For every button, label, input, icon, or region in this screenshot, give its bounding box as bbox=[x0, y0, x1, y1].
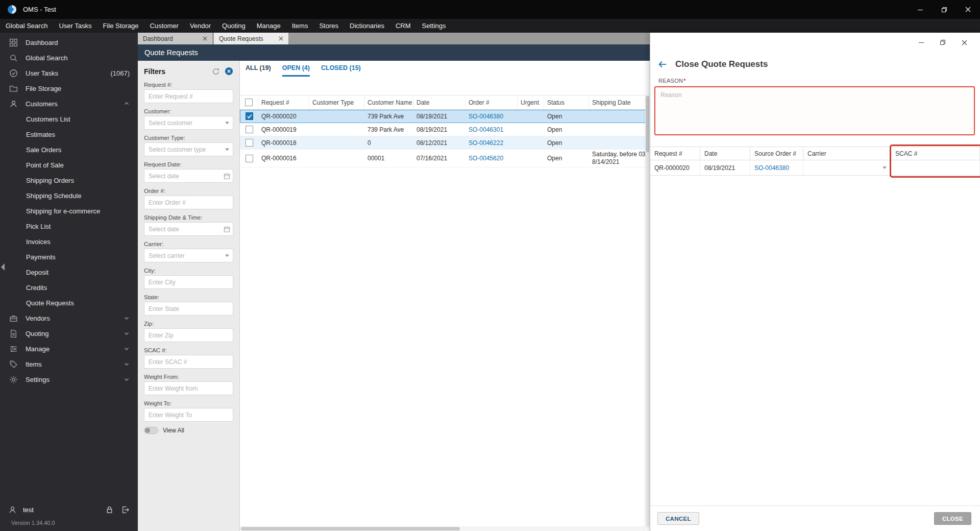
column-header[interactable]: Shipping Date bbox=[589, 95, 650, 109]
restore-button[interactable] bbox=[932, 0, 956, 19]
column-header[interactable]: Status bbox=[544, 95, 589, 109]
city-input[interactable] bbox=[144, 275, 233, 289]
sidebar-item-credits[interactable]: Credits bbox=[0, 280, 138, 295]
view-all-toggle[interactable] bbox=[144, 427, 158, 434]
close-button[interactable] bbox=[953, 40, 975, 45]
order-number-input[interactable] bbox=[144, 196, 233, 209]
zip-input[interactable] bbox=[144, 328, 233, 342]
shipping-date-input[interactable] bbox=[144, 222, 233, 236]
sidebar-item-file-storage[interactable]: File Storage bbox=[0, 81, 138, 96]
sidebar-item-payments[interactable]: Payments bbox=[0, 249, 138, 264]
menu-customer[interactable]: Customer bbox=[144, 19, 184, 33]
sidebar-item-shipping-ecommerce[interactable]: Shipping for e-commerce bbox=[0, 203, 138, 219]
sidebar-item-user-tasks[interactable]: User Tasks (1067) bbox=[0, 65, 138, 81]
close-tab-icon[interactable] bbox=[203, 36, 207, 41]
state-input[interactable] bbox=[144, 302, 233, 316]
lock-icon[interactable] bbox=[105, 505, 114, 514]
sidebar-item-settings[interactable]: Settings bbox=[0, 372, 138, 387]
chevron-down-icon[interactable] bbox=[225, 254, 229, 257]
tab-all[interactable]: ALL (19) bbox=[246, 61, 271, 77]
sidebar-item-estimates[interactable]: Estimates bbox=[0, 127, 138, 142]
minimize-button[interactable] bbox=[911, 39, 932, 45]
logout-icon[interactable] bbox=[121, 505, 130, 514]
vertical-scrollbar[interactable] bbox=[645, 95, 650, 526]
row-checkbox[interactable] bbox=[246, 139, 253, 147]
close-submit-button[interactable]: CLOSE bbox=[934, 512, 971, 525]
sidebar-item-vendors[interactable]: Vendors bbox=[0, 310, 138, 326]
table-row[interactable]: QR-0000019 739 Park Ave 08/19/2021 SO-00… bbox=[240, 123, 650, 136]
sidebar-item-manage[interactable]: Manage bbox=[0, 341, 138, 356]
tab-quote-requests[interactable]: Quote Requests bbox=[214, 33, 288, 44]
reason-textarea[interactable] bbox=[655, 87, 974, 134]
table-row[interactable]: QR-0000018 0 08/12/2021 SO-0046222 Open bbox=[240, 136, 650, 150]
request-date-input[interactable] bbox=[144, 169, 233, 183]
sidebar-item-global-search[interactable]: Global Search bbox=[0, 50, 138, 65]
minimize-button[interactable] bbox=[908, 0, 932, 19]
row-checkbox[interactable] bbox=[246, 112, 253, 120]
back-arrow-icon[interactable] bbox=[657, 59, 668, 69]
clear-filters-icon[interactable] bbox=[225, 67, 233, 76]
column-header[interactable]: Urgent bbox=[518, 95, 544, 109]
scrollbar-thumb[interactable] bbox=[241, 527, 460, 530]
column-header[interactable]: Request # bbox=[258, 95, 309, 109]
tab-open[interactable]: OPEN (4) bbox=[282, 61, 310, 77]
horizontal-scrollbar[interactable] bbox=[240, 526, 645, 531]
menu-items[interactable]: Items bbox=[286, 19, 314, 33]
sidebar-item-quoting[interactable]: Quoting bbox=[0, 326, 138, 341]
chevron-down-icon[interactable] bbox=[883, 166, 887, 169]
column-header[interactable]: Date bbox=[413, 95, 465, 109]
calendar-icon[interactable] bbox=[224, 173, 230, 179]
order-link[interactable]: SO-0045620 bbox=[465, 154, 518, 163]
scac-number-input[interactable] bbox=[895, 164, 975, 172]
request-number-input[interactable] bbox=[144, 89, 233, 103]
order-link[interactable]: SO-0046222 bbox=[465, 138, 518, 148]
sidebar-item-point-of-sale[interactable]: Point of Sale bbox=[0, 157, 138, 173]
restore-button[interactable] bbox=[932, 39, 953, 45]
tab-closed[interactable]: CLOSED (15) bbox=[321, 61, 361, 77]
refresh-icon[interactable] bbox=[212, 67, 220, 76]
weight-to-input[interactable] bbox=[144, 408, 233, 422]
menu-user-tasks[interactable]: User Tasks bbox=[53, 19, 97, 33]
carrier-dropdown[interactable] bbox=[807, 160, 887, 175]
menu-dictionaries[interactable]: Dictionaries bbox=[344, 19, 390, 33]
menu-settings[interactable]: Settings bbox=[416, 19, 452, 33]
sidebar-item-deposit[interactable]: Deposit bbox=[0, 264, 138, 280]
sidebar-item-pick-list[interactable]: Pick List bbox=[0, 219, 138, 234]
weight-from-input[interactable] bbox=[144, 381, 233, 395]
sidebar-item-items[interactable]: Items bbox=[0, 356, 138, 372]
cancel-button[interactable]: CANCEL bbox=[657, 512, 699, 525]
column-header[interactable]: Order # bbox=[465, 95, 518, 109]
chevron-down-icon[interactable] bbox=[225, 122, 229, 124]
row-checkbox[interactable] bbox=[246, 126, 253, 133]
carrier-select[interactable] bbox=[144, 249, 233, 262]
customer-select[interactable] bbox=[144, 116, 233, 130]
column-header[interactable]: Customer Type bbox=[309, 95, 364, 109]
sidebar-item-shipping-schedule[interactable]: Shipping Schedule bbox=[0, 188, 138, 203]
order-link[interactable]: SO-0046380 bbox=[465, 112, 518, 121]
table-row[interactable]: QR-0000020 739 Park Ave 08/19/2021 SO-00… bbox=[240, 110, 650, 123]
calendar-icon[interactable] bbox=[224, 226, 230, 232]
menu-stores[interactable]: Stores bbox=[313, 19, 344, 33]
scrollbar-thumb[interactable] bbox=[646, 96, 649, 152]
close-tab-icon[interactable] bbox=[279, 36, 283, 41]
table-row[interactable]: QR-0000016 00001 07/16/2021 SO-0045620 O… bbox=[240, 150, 650, 167]
row-checkbox[interactable] bbox=[246, 155, 253, 162]
customer-type-select[interactable] bbox=[144, 142, 233, 156]
column-header[interactable]: Customer Name bbox=[364, 95, 413, 109]
select-all-checkbox[interactable] bbox=[245, 99, 253, 106]
sidebar-item-dashboard[interactable]: Dashboard bbox=[0, 35, 138, 50]
source-order-link[interactable]: SO-0046380 bbox=[750, 160, 803, 175]
chevron-down-icon[interactable] bbox=[225, 148, 229, 151]
sidebar-item-customers-list[interactable]: Customers List bbox=[0, 111, 138, 127]
sidebar-item-quote-requests[interactable]: Quote Requests bbox=[0, 295, 138, 310]
sidebar-collapse-handle[interactable] bbox=[1, 263, 5, 271]
menu-global-search[interactable]: Global Search bbox=[0, 19, 53, 33]
sidebar-item-sale-orders[interactable]: Sale Orders bbox=[0, 142, 138, 157]
menu-crm[interactable]: CRM bbox=[390, 19, 416, 33]
menu-file-storage[interactable]: File Storage bbox=[97, 19, 144, 33]
close-button[interactable] bbox=[956, 0, 980, 19]
menu-quoting[interactable]: Quoting bbox=[216, 19, 251, 33]
sidebar-item-shipping-orders[interactable]: Shipping Orders bbox=[0, 173, 138, 188]
scac-input[interactable] bbox=[144, 355, 233, 369]
menu-manage[interactable]: Manage bbox=[251, 19, 286, 33]
